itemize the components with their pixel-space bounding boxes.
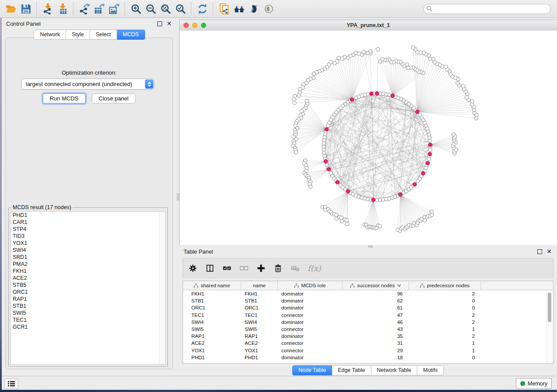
tab-motifs[interactable]: Motifs [417, 365, 443, 375]
network-graph[interactable] [180, 31, 557, 245]
tab-edge-table[interactable]: Edge Table [332, 365, 371, 375]
tab-node-table[interactable]: Node Table [292, 365, 332, 375]
memory-button[interactable]: Memory [516, 378, 552, 389]
mcds-result-item[interactable]: STB5 [11, 282, 165, 289]
mcds-hub-node[interactable] [429, 143, 432, 147]
import-network-button[interactable] [40, 2, 55, 16]
table-scrollbar-thumb[interactable] [548, 292, 551, 322]
table-row[interactable]: FKH1FKH1dominator962 [183, 290, 553, 297]
tab-style[interactable]: Style [66, 30, 90, 40]
mcds-hub-node[interactable] [324, 159, 328, 163]
window-minimize-light[interactable] [192, 23, 197, 28]
zoom-in-button[interactable] [128, 2, 143, 16]
mcds-result-item[interactable]: CAR1 [11, 219, 165, 226]
deselect-all-rows-button[interactable] [239, 264, 249, 273]
mcds-hub-node[interactable] [426, 161, 430, 165]
share-document-button[interactable] [217, 2, 232, 16]
window-close-light[interactable] [183, 23, 189, 28]
show-columns-button[interactable] [205, 264, 214, 273]
mcds-hub-node[interactable] [350, 98, 354, 102]
mcds-result-item[interactable]: PHD1 [11, 212, 165, 219]
window-zoom-light[interactable] [201, 23, 206, 28]
mcds-result-item[interactable]: RAP1 [11, 296, 165, 303]
import-table-button[interactable] [55, 2, 70, 16]
mcds-result-item[interactable]: SRD1 [11, 254, 165, 261]
mcds-result-item[interactable]: TID3 [11, 233, 165, 240]
table-row[interactable]: RAP1RAP1dominator352 [183, 333, 553, 340]
mcds-hub-node[interactable] [398, 193, 402, 196]
mcds-list-scrollbar[interactable] [159, 212, 165, 364]
table-settings-button[interactable] [188, 264, 197, 273]
open-file-button[interactable] [3, 2, 18, 16]
column-header-name[interactable]: name [241, 281, 278, 290]
network-canvas[interactable] [180, 31, 557, 245]
zoom-fit-button[interactable] [158, 2, 173, 16]
table-row[interactable]: ORC1ORC1dominator610 [183, 304, 553, 311]
optimization-criterion-select[interactable]: largest connected component (undirected) [21, 79, 154, 89]
search-input[interactable] [423, 4, 551, 14]
mcds-hub-node[interactable] [421, 172, 425, 175]
save-session-button[interactable] [18, 2, 33, 16]
cell-predecessor-nodes: 2 [409, 291, 481, 296]
mcds-hub-node[interactable] [346, 189, 350, 193]
mcds-hub-node[interactable] [415, 110, 419, 114]
mcds-hub-node[interactable] [336, 180, 339, 184]
delete-column-button[interactable] [273, 264, 283, 273]
mcds-result-item[interactable]: FKH1 [11, 268, 165, 275]
mcds-hub-node[interactable] [375, 92, 379, 96]
export-network-button[interactable] [77, 2, 92, 16]
task-history-button[interactable] [4, 378, 18, 389]
hide-details-button[interactable] [246, 2, 261, 16]
zoom-out-button[interactable] [143, 2, 158, 16]
mcds-hub-node[interactable] [371, 198, 375, 202]
mcds-result-item[interactable]: GCR1 [11, 323, 165, 330]
mcds-result-item[interactable]: SWI4 [11, 247, 165, 254]
refresh-button[interactable] [195, 2, 210, 16]
column-header-successor-nodes[interactable]: successor nodes [343, 281, 409, 290]
mcds-result-item[interactable]: PMA2 [11, 261, 165, 268]
table-row[interactable]: SWI5SWI5connector431 [183, 326, 553, 333]
select-all-rows-button[interactable] [222, 264, 232, 273]
mcds-result-item[interactable]: STP4 [11, 226, 165, 233]
mcds-hub-node[interactable] [325, 127, 329, 131]
mcds-hub-node[interactable] [391, 94, 394, 98]
column-header-MCDS-role[interactable]: MCDS role [278, 281, 343, 290]
table-row[interactable]: ACE2ACE2connector311 [183, 340, 553, 347]
table-row[interactable]: YOX1YOX1connector291 [183, 347, 553, 354]
mcds-hub-node[interactable] [327, 167, 331, 171]
tab-mcds[interactable]: MCDS [117, 30, 145, 40]
network-window-titlebar[interactable]: YPA_prune.txt_1 [180, 20, 557, 31]
table-panel-float-button[interactable] [536, 248, 543, 255]
column-header-predecessor-nodes[interactable]: predecessor nodes [409, 281, 481, 290]
tab-network-table[interactable]: Network Table [371, 365, 418, 375]
table-row[interactable]: SWI4SWI4dominator462 [183, 319, 553, 326]
export-image-button[interactable] [107, 2, 121, 16]
mcds-result-item[interactable]: STB1 [11, 303, 165, 309]
table-scrollbar[interactable] [547, 290, 553, 363]
mcds-result-item[interactable]: ORC1 [11, 289, 165, 296]
mcds-result-item[interactable]: YOX1 [11, 240, 165, 247]
toggle-visibility-button[interactable] [261, 2, 276, 16]
export-table-button[interactable] [92, 2, 107, 16]
table-row[interactable]: PHD1PHD1dominator180 [183, 354, 553, 361]
zoom-selected-button[interactable] [173, 2, 188, 16]
mcds-hub-node[interactable] [370, 92, 374, 96]
control-panel-float-button[interactable] [156, 20, 163, 27]
mcds-hub-node[interactable] [413, 182, 417, 186]
column-header-shared-name[interactable]: shared name [183, 281, 241, 290]
mcds-result-item[interactable]: TEC1 [11, 316, 165, 323]
tab-select[interactable]: Select [90, 30, 117, 40]
create-column-button[interactable] [256, 264, 266, 273]
close-panel-button[interactable]: Close panel [92, 93, 136, 103]
tab-network[interactable]: Network [34, 30, 66, 40]
home-networks-button[interactable] [232, 2, 246, 16]
run-mcds-button[interactable]: Run MCDS [43, 93, 86, 103]
table-panel-close-button[interactable]: ✕ [546, 248, 553, 255]
mcds-result-item[interactable]: SWI5 [11, 309, 165, 316]
table-row[interactable]: STB1STB1dominator620 [183, 297, 553, 304]
mcds-result-list[interactable]: PHD1CAR1STP4TID3YOX1SWI4SRD1PMA2FKH1ACE2… [10, 211, 166, 364]
mcds-hub-node[interactable] [428, 152, 432, 156]
table-row[interactable]: TEC1TEC1connector472 [183, 312, 553, 319]
mcds-result-item[interactable]: ACE2 [11, 275, 165, 282]
control-panel-close-button[interactable]: ✕ [166, 20, 173, 27]
